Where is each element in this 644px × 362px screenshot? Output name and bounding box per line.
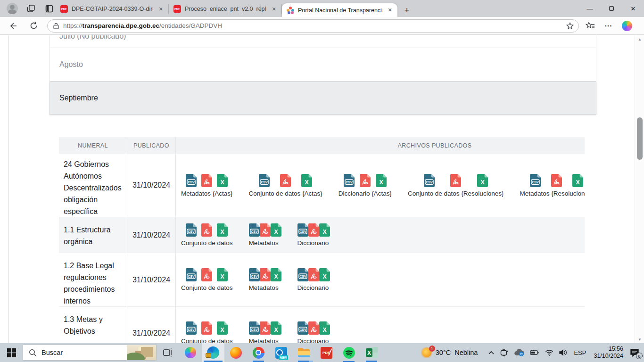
accordion-item-agosto[interactable]: Agosto (50, 48, 596, 82)
notification-center-icon[interactable]: 6 (627, 343, 644, 362)
archivos-cell: CSV X Conjunto de datos CSV (176, 253, 585, 306)
taskbar-copilot-icon[interactable] (179, 343, 202, 362)
taskbar-edge-icon[interactable] (202, 343, 224, 362)
csv-file-icon[interactable]: CSV (186, 268, 197, 281)
tab-pdf-1[interactable]: PDF DPE-CGTAIP-2024-0339-O-directri ✕ (56, 4, 169, 14)
scroll-up-icon[interactable]: ▲ (635, 35, 644, 43)
close-icon[interactable]: ✕ (270, 5, 278, 13)
csv-file-icon[interactable]: CSV (249, 268, 260, 281)
profile-avatar[interactable] (7, 3, 18, 14)
volume-icon[interactable] (556, 343, 570, 362)
excel-file-icon[interactable]: X (376, 174, 387, 187)
excel-file-icon[interactable]: X (319, 268, 330, 281)
pdf-file-icon[interactable] (308, 268, 319, 281)
weather-widget[interactable]: 1 30°C Neblina (419, 343, 486, 362)
csv-file-icon[interactable]: CSV (249, 223, 260, 237)
address-bar[interactable]: https://transparencia.dpe.gob.ec/entidad… (47, 19, 579, 33)
favorites-bar-icon[interactable] (586, 22, 595, 30)
tab-portal-transparencia[interactable]: Portal Nacional de Transparencia ✕ (282, 3, 397, 17)
copilot-icon[interactable] (622, 21, 632, 31)
search-input[interactable]: Buscar (23, 345, 157, 361)
new-tab-button[interactable]: + (400, 4, 413, 17)
tab-actions-icon[interactable] (44, 4, 54, 13)
cast-device-icon[interactable] (497, 343, 511, 362)
onedrive-icon[interactable]: ⟳ (511, 343, 527, 362)
excel-file-icon[interactable]: X (572, 174, 583, 187)
taskbar-excel-icon[interactable]: X (360, 343, 383, 362)
excel-file-icon[interactable]: X (271, 268, 281, 281)
taskbar-pdf-app-icon[interactable]: PDF (315, 343, 338, 362)
pdf-file-icon[interactable] (360, 174, 371, 187)
csv-file-icon[interactable]: CSV (530, 174, 541, 187)
settings-ellipsis-icon[interactable]: ⋯ (604, 21, 612, 30)
task-view-icon[interactable] (157, 343, 179, 362)
taskbar-outlook-icon[interactable]: NEW (270, 343, 292, 362)
tab-title: Portal Nacional de Transparencia (298, 7, 382, 14)
accordion-item-julio[interactable]: Julio (No publicado) (50, 35, 596, 48)
start-button[interactable] (0, 343, 23, 362)
pdf-file-icon[interactable] (201, 268, 212, 281)
pdf-file-icon[interactable] (308, 223, 319, 237)
pdf-file-icon[interactable] (551, 174, 562, 187)
pdf-file-icon[interactable] (201, 174, 212, 187)
pdf-file-icon[interactable] (201, 321, 212, 335)
pdf-file-icon[interactable] (201, 223, 212, 237)
csv-file-icon[interactable]: CSV (186, 223, 197, 237)
csv-file-icon[interactable]: CSV (249, 321, 260, 335)
workspaces-icon[interactable] (26, 4, 36, 13)
taskbar-file-explorer-icon[interactable] (292, 343, 315, 362)
close-window-button[interactable]: ✕ (622, 0, 644, 17)
hidden-icons-chevron[interactable] (485, 343, 497, 362)
clock[interactable]: 15:56 31/10/2024 (590, 346, 627, 360)
excel-file-icon[interactable]: X (319, 223, 330, 237)
pdf-file-icon[interactable] (260, 223, 271, 237)
lock-icon[interactable] (53, 23, 59, 29)
excel-file-icon[interactable]: X (217, 268, 228, 281)
tab-pdf-2[interactable]: PDF Proceso_enlace_pnt_v2.0_réplica_ ✕ (169, 4, 282, 14)
pdf-file-icon[interactable] (450, 174, 461, 187)
excel-file-icon[interactable]: X (301, 174, 312, 187)
csv-file-icon[interactable]: CSV (297, 268, 308, 281)
tab-title: DPE-CGTAIP-2024-0339-O-directri (72, 6, 153, 12)
csv-file-icon[interactable]: CSV (186, 321, 197, 335)
close-icon[interactable]: ✕ (157, 5, 165, 13)
taskbar-spotify-icon[interactable] (338, 343, 360, 362)
scroll-down-icon[interactable]: ▼ (635, 336, 644, 343)
page-scrollbar[interactable]: ▲ ▼ (635, 35, 644, 343)
wifi-icon[interactable] (542, 343, 556, 362)
csv-file-icon[interactable]: CSV (297, 223, 308, 237)
pdf-file-icon[interactable] (260, 268, 271, 281)
language-indicator[interactable]: ESP (570, 349, 590, 356)
file-group-label: Conjunto de datos {Resoluciones} (408, 190, 504, 197)
csv-file-icon[interactable]: CSV (186, 174, 197, 187)
close-icon[interactable]: ✕ (386, 7, 394, 14)
minimize-button[interactable]: — (579, 0, 601, 17)
excel-file-icon[interactable]: X (217, 174, 228, 187)
favorite-star-icon[interactable] (566, 22, 574, 30)
battery-icon[interactable] (527, 343, 542, 362)
file-group: CSV X Diccionario (297, 223, 330, 247)
excel-file-icon[interactable]: X (477, 174, 488, 187)
excel-file-icon[interactable]: X (271, 321, 281, 335)
file-group-label: Diccionario {Actas} (339, 190, 392, 197)
maximize-button[interactable] (601, 0, 622, 17)
pdf-file-icon[interactable] (308, 321, 319, 335)
excel-file-icon[interactable]: X (271, 223, 281, 237)
back-button[interactable] (6, 19, 20, 33)
accordion-item-septiembre[interactable]: Septiembre (50, 82, 596, 115)
excel-file-icon[interactable]: X (217, 223, 228, 237)
scrollbar-thumb[interactable] (637, 117, 643, 160)
excel-file-icon[interactable]: X (217, 321, 228, 335)
taskbar-firefox-icon[interactable] (224, 343, 247, 362)
pdf-file-icon[interactable] (280, 174, 291, 187)
excel-file-icon[interactable]: X (319, 321, 330, 335)
taskbar-chrome-icon[interactable] (247, 343, 270, 362)
csv-file-icon[interactable]: CSV (297, 321, 308, 335)
pdf-file-icon[interactable] (260, 321, 271, 335)
reload-button[interactable] (26, 19, 41, 33)
csv-file-icon[interactable]: CSV (344, 174, 355, 187)
file-group: CSV X Diccionario (297, 321, 330, 345)
csv-file-icon[interactable]: CSV (424, 174, 435, 187)
csv-file-icon[interactable]: CSV (259, 174, 270, 187)
search-daily-image[interactable] (127, 345, 156, 360)
